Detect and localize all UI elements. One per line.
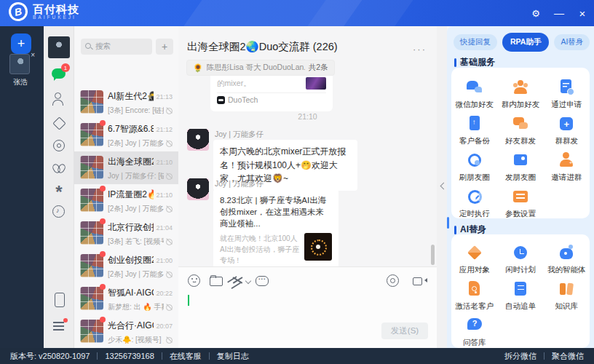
chat-list-item[interactable]: 创业创投圈2💪...21:00 [2条] Joy | 万能多仔:... [74, 250, 178, 282]
feature-group-add-friend[interactable]: 群内加好友 [497, 74, 543, 110]
mini-programs-icon[interactable]: * [52, 183, 66, 197]
chat-list-item[interactable]: 光合行·AIGC创...20:07 少禾🐥: [视频号] 少... [74, 315, 178, 348]
messages-scrollbar[interactable] [431, 245, 435, 265]
video-channels-icon[interactable] [52, 161, 66, 175]
chat-time: 21:00 [156, 257, 173, 264]
feature-my-agent[interactable]: 我的智能体 [544, 239, 590, 275]
collections-icon[interactable] [52, 116, 66, 130]
chat-time: 21:10 [156, 159, 173, 166]
more-menu-icon[interactable] [52, 319, 66, 333]
section-title-basic-services: 基础服务 [454, 56, 495, 68]
video-call-icon[interactable] [413, 274, 425, 287]
copy-log-link[interactable]: 复制日志 [217, 351, 249, 362]
chat-list-item[interactable]: 智狐AI·AIGC人...20:22 新梦想: 出 🔥 手戳 ... [74, 282, 178, 315]
feature-knowledge-base[interactable]: 知识库 [544, 275, 590, 312]
feature-customer-backup[interactable]: 客户备份 [451, 110, 497, 146]
chat-list-item[interactable]: AI新生代2🥷起...21:13 [3条] Encore: [链接] ... [74, 86, 178, 119]
new-chat-button[interactable]: + [156, 39, 173, 55]
link-card-source: DuoTech [228, 95, 258, 104]
basic-services-card: 微信加好友 群内加好友 通过申请 客户备份 好友群发 群群发 刷朋友圈 发朋友圈… [451, 68, 590, 218]
chat-name: IP流量圈2🔥Du... [108, 189, 154, 201]
chat-list-item[interactable]: 6.7智源&6.8奇...21:12 [2条] Joy | 万能多仔:... [74, 119, 178, 151]
merge-wechat-link[interactable]: 聚合微信 [552, 351, 584, 362]
link-card-partial[interactable]: 的mixer。 DuoTech [210, 76, 333, 111]
sender-avatar[interactable] [187, 178, 209, 200]
chat-list-item[interactable]: 北京行政创投...21:04 [3条] 若飞: [视频号] ... [74, 217, 178, 250]
split-wechat-link[interactable]: 拆分微信 [504, 351, 536, 362]
record-icon[interactable] [387, 274, 399, 287]
unread-dot [100, 284, 106, 290]
profile-avatar[interactable] [48, 36, 70, 58]
feature-parameter-settings[interactable]: 参数设置 [497, 183, 543, 219]
chat-time: 21:12 [156, 126, 173, 133]
panel-scrollbar[interactable] [447, 217, 449, 229]
chat-history-icon[interactable] [256, 274, 268, 287]
tab-ai-avatar[interactable]: AI替身 [554, 34, 590, 50]
search-input[interactable]: 搜索 [81, 39, 152, 55]
feature-auto-followup[interactable]: 自动追单 [497, 275, 543, 312]
unread-dot [100, 186, 106, 191]
feature-wechat-add-friend[interactable]: 微信加好友 [451, 74, 497, 110]
chat-preview: Joy | 万能多仔: [链接... [108, 171, 164, 181]
minimize-button[interactable]: — [553, 7, 565, 19]
online-support-link[interactable]: 在线客服 [170, 351, 202, 362]
idle-plan-icon [511, 243, 530, 262]
feature-idle-plan[interactable]: 闲时计划 [497, 239, 543, 275]
close-account-icon[interactable]: × [31, 51, 35, 59]
wechat-add-friend-icon [465, 78, 484, 97]
feature-friend-broadcast[interactable]: 好友群发 [497, 110, 543, 146]
moments-icon[interactable] [52, 138, 66, 153]
tab-quick-reply[interactable]: 快捷回复 [454, 34, 497, 50]
chat-preview: [3条] 若飞: [视频号] ... [108, 237, 164, 247]
knowledge-base-icon [557, 280, 576, 298]
mute-icon [166, 108, 173, 114]
chat-time: 20:07 [156, 323, 173, 330]
browse-moments-icon [465, 151, 484, 170]
phone-icon[interactable] [52, 293, 66, 307]
parameter-settings-icon [511, 187, 530, 206]
time-separator: 21:10 [178, 112, 437, 121]
chevron-down-icon[interactable] [245, 279, 251, 285]
conversation-title: 出海全球圈2🌏Duo交流群 (226) [187, 40, 338, 54]
send-button[interactable]: 发送(S) [381, 323, 428, 339]
tab-rpa-assistant[interactable]: RPA助手 [502, 33, 549, 52]
sender-avatar[interactable] [187, 129, 209, 151]
screenshot-icon[interactable] [231, 274, 244, 287]
feature-approve-request[interactable]: 通过申请 [544, 74, 590, 110]
message-input-area[interactable]: 发送(S) [178, 266, 437, 348]
close-button[interactable]: × [577, 7, 588, 19]
brand-subtitle: BAIFUKEJI [33, 15, 79, 20]
chat-name: 创业创投圈2💪... [108, 254, 154, 266]
feature-scheduled-run[interactable]: 定时执行 [451, 183, 497, 219]
contacts-icon[interactable] [52, 92, 66, 106]
feature-invite-to-group[interactable]: 邀请进群 [544, 146, 590, 183]
conversation-menu-icon[interactable]: ··· [413, 44, 427, 55]
feature-activate-customer[interactable]: 激活老客户 [451, 275, 497, 312]
conversation-pane: 出海全球圈2🌏Duo交流群 (226) ··· 🌻 陈思彤Lisa 哥大 Duo… [178, 26, 437, 348]
pinned-text: 陈思彤Lisa 哥大 DuoDuoLan... [207, 63, 305, 73]
group-avatar [80, 221, 103, 245]
account-avatar[interactable] [9, 54, 30, 74]
feature-post-moments[interactable]: 发朋友圈 [497, 146, 543, 183]
assistant-panel: 快捷回复 RPA助手 AI替身 基础服务 微信加好友 群内加好友 通过申请 客户… [447, 26, 594, 348]
chat-list-item[interactable]: IP流量圈2🔥Du...21:10 [2条] Joy | 万能多仔:... [74, 184, 178, 217]
account-item[interactable]: × 张浩 [8, 54, 36, 87]
add-account-button[interactable]: + [11, 33, 31, 54]
feature-browse-moments[interactable]: 刷朋友圈 [451, 146, 497, 183]
settings-gear-icon[interactable]: ⚙ [530, 7, 542, 19]
feature-apply-target[interactable]: 应用对象 [451, 239, 497, 275]
version-label: 版本号: v250820-1097 [10, 351, 90, 362]
chats-icon[interactable]: 1 [52, 67, 66, 82]
link-card-title: 8.23北京 | 狮子座专场AI出海创投mixer，在这里相遇未来商业领袖... [220, 194, 332, 229]
chat-time: 21:04 [156, 224, 173, 232]
search-music-icon[interactable] [52, 205, 66, 219]
pinned-announcement[interactable]: 🌻 陈思彤Lisa 哥大 DuoDuoLan... 共2条 [186, 60, 335, 76]
feature-group-broadcast[interactable]: 群群发 [544, 110, 590, 146]
chat-list-item-selected[interactable]: 出海全球圈2🌏...21:10 Joy | 万能多仔: [链接... [74, 151, 178, 184]
folder-icon[interactable] [210, 274, 222, 287]
emoji-icon[interactable] [188, 274, 200, 287]
group-avatar [80, 123, 103, 146]
collapse-panel-icon[interactable] [439, 181, 446, 192]
feature-qa-base[interactable]: 问答库 [451, 312, 497, 348]
chat-preview: 少禾🐥: [视频号] 少... [108, 335, 164, 345]
